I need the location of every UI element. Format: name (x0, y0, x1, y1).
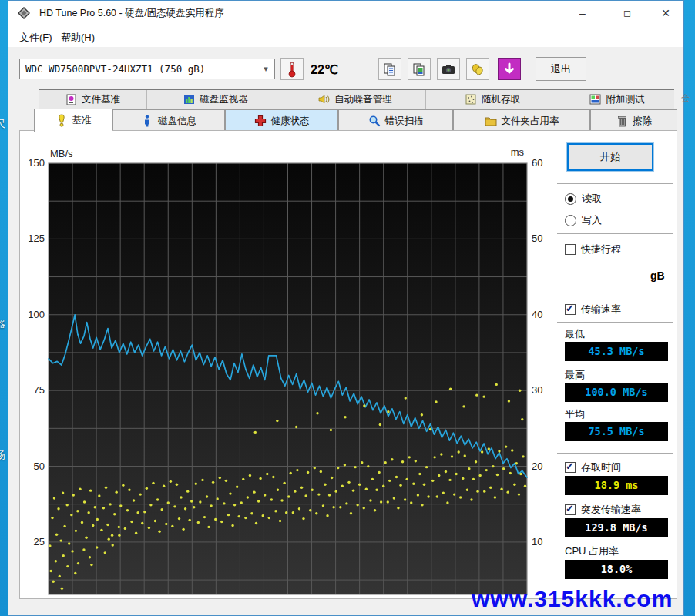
copy-text-icon (383, 62, 397, 76)
access-time-value: 18.9 ms (565, 476, 668, 495)
svg-text:50: 50 (34, 460, 45, 472)
divider (557, 453, 673, 454)
watermark: www.315kkk.com (472, 586, 673, 612)
disk-monitor-icon (183, 93, 195, 105)
radio-read-label: 读取 (582, 192, 602, 206)
start-button[interactable]: 开始 (567, 143, 653, 171)
desktop-icon-label-fragment: 场 (0, 448, 5, 462)
svg-text:MB/s: MB/s (50, 148, 73, 159)
menu-file[interactable]: 文件(F) (15, 29, 57, 46)
svg-text:75: 75 (34, 384, 45, 396)
tab-row-primary: 基准 磁盘信息 健康状态 错误扫描 文件夹占用率 擦除 (8, 109, 685, 131)
drive-select[interactable]: WDC WD7500BPVT-24HXZT1 (750 gB) ▾ (19, 59, 275, 79)
burst-rate-label: 突发传输速率 (581, 503, 641, 517)
burst-rate-checkbox-control[interactable] (565, 504, 576, 515)
tab-extra-tests[interactable]: 附加测试 (559, 90, 674, 109)
temperature-button[interactable] (280, 58, 304, 80)
menu-help[interactable]: 帮助(H) (56, 29, 99, 46)
tab-error-scan[interactable]: 错误扫描 (338, 109, 453, 132)
burst-rate-value: 129.8 MB/s (565, 518, 668, 537)
tab-row-secondary: 文件基准 磁盘监视器 自动噪音管理 随机存取 附加测试 (39, 89, 674, 109)
health-cross-icon (254, 115, 267, 127)
tab-label: 擦除 (633, 115, 652, 128)
tab-random-access[interactable]: 随机存取 (426, 90, 559, 109)
cpu-usage-label: CPU 占用率 (565, 544, 619, 558)
svg-text:60: 60 (532, 157, 542, 169)
folder-usage-icon (485, 115, 497, 127)
svg-text:50: 50 (532, 233, 542, 244)
benchmark-chart: 150125100755025605040302010MB/sms (25, 147, 557, 598)
tab-erase[interactable]: 擦除 (590, 109, 677, 132)
desktop-icon-label-fragment: 尺 (0, 117, 5, 131)
radio-write[interactable]: 写入 (565, 213, 602, 227)
tab-label: 基准 (72, 114, 92, 127)
tab-label: 附加测试 (606, 93, 645, 106)
radio-read[interactable]: 读取 (565, 192, 602, 206)
divider (557, 322, 673, 323)
copy-image-button[interactable] (408, 58, 431, 80)
minimize-button[interactable]: – (565, 1, 600, 25)
exit-button[interactable]: 退出 (536, 57, 586, 81)
erase-trash-icon (616, 115, 628, 127)
transfer-rate-label: 传输速率 (581, 303, 621, 316)
svg-text:125: 125 (28, 233, 45, 244)
tab-label: 自动噪音管理 (334, 93, 392, 106)
burst-rate-checkbox[interactable]: 突发传输速率 (565, 503, 641, 517)
title-bar[interactable]: HD Tune Pro 5.60 - 硬盘/固态硬盘实用程序 – ◻ ✕ (8, 1, 683, 25)
thermometer-icon (287, 61, 297, 78)
file-benchmark-icon (65, 93, 77, 105)
capacity-unit: gB (650, 270, 665, 282)
download-arrow-icon (503, 62, 515, 76)
cpu-usage-value: 18.0% (565, 560, 668, 579)
update-button[interactable] (498, 58, 521, 80)
background-text-fragment: 会 (681, 92, 690, 104)
short-stroke-checkbox-control[interactable] (565, 244, 576, 255)
extra-tests-icon (589, 93, 602, 105)
transfer-rate-checkbox-control[interactable] (565, 304, 576, 315)
svg-text:40: 40 (532, 309, 542, 320)
radio-read-control[interactable] (565, 193, 576, 205)
copy-image-icon (412, 62, 426, 76)
transfer-rate-checkbox[interactable]: 传输速率 (565, 303, 621, 316)
svg-text:20: 20 (532, 460, 542, 472)
temperature-value: 22℃ (311, 62, 338, 77)
access-time-checkbox-control[interactable] (565, 462, 576, 473)
tab-folder-usage[interactable]: 文件夹占用率 (453, 109, 590, 132)
radio-write-control[interactable] (565, 215, 576, 226)
close-button[interactable]: ✕ (648, 1, 683, 25)
svg-text:100: 100 (28, 309, 45, 320)
donate-button[interactable] (466, 58, 489, 80)
benchmark-icon (55, 115, 68, 127)
camera-icon (441, 63, 456, 75)
donate-hands-icon (471, 62, 485, 76)
tab-label: 随机存取 (482, 93, 520, 106)
disk-info-icon (141, 115, 153, 127)
tab-disk-monitor[interactable]: 磁盘监视器 (147, 90, 284, 109)
window-title: HD Tune Pro 5.60 - 硬盘/固态硬盘实用程序 (39, 7, 224, 20)
divider (557, 183, 673, 184)
tab-file-benchmark[interactable]: 文件基准 (39, 90, 147, 109)
tab-label: 磁盘监视器 (200, 93, 248, 106)
average-label: 平均 (565, 407, 585, 421)
access-time-label: 存取时间 (581, 460, 621, 474)
hdtune-window: HD Tune Pro 5.60 - 硬盘/固态硬盘实用程序 – ◻ ✕ 文件(… (8, 0, 684, 616)
maximize-button[interactable]: ◻ (609, 1, 645, 25)
tab-health-status[interactable]: 健康状态 (225, 109, 338, 132)
copy-text-button[interactable] (378, 58, 401, 80)
screenshot-button[interactable] (437, 58, 460, 80)
access-time-checkbox[interactable]: 存取时间 (565, 460, 621, 474)
desktop-icon-label-fragment: 器 (0, 317, 5, 331)
toolbar: WDC WD7500BPVT-24HXZT1 (750 gB) ▾ 22℃ (8, 47, 683, 85)
average-value: 75.5 MB/s (565, 422, 668, 441)
tab-label: 文件基准 (82, 93, 120, 106)
divider (557, 233, 673, 234)
app-icon (18, 7, 30, 19)
radio-write-label: 写入 (582, 213, 602, 227)
short-stroke-label: 快捷行程 (581, 243, 621, 256)
tab-label: 文件夹占用率 (502, 115, 559, 128)
tab-label: 磁盘信息 (158, 115, 196, 128)
svg-text:150: 150 (28, 157, 45, 169)
short-stroke-checkbox[interactable]: 快捷行程 (565, 243, 621, 256)
tab-disk-info[interactable]: 磁盘信息 (112, 109, 225, 132)
tab-auto-acoustic[interactable]: 自动噪音管理 (284, 90, 426, 109)
